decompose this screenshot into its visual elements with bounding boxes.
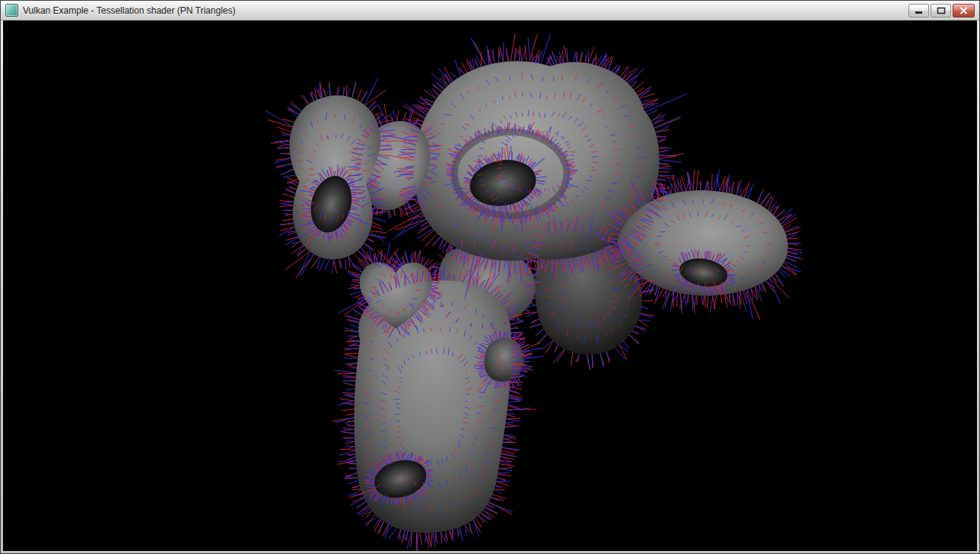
viewport[interactable]: [3, 21, 977, 551]
app-window: Vulkan Example - Tessellation shader (PN…: [0, 0, 980, 554]
minimize-button[interactable]: [908, 4, 929, 18]
maximize-icon: [937, 7, 946, 14]
maximize-button[interactable]: [931, 4, 951, 18]
rendered-scene: [3, 21, 977, 551]
close-icon: [959, 7, 968, 14]
close-button[interactable]: [953, 4, 975, 18]
window-title: Vulkan Example - Tessellation shader (PN…: [23, 5, 235, 16]
titlebar[interactable]: Vulkan Example - Tessellation shader (PN…: [1, 1, 979, 21]
window-controls: [908, 4, 975, 18]
app-icon: [5, 4, 18, 17]
minimize-icon: [915, 7, 924, 14]
